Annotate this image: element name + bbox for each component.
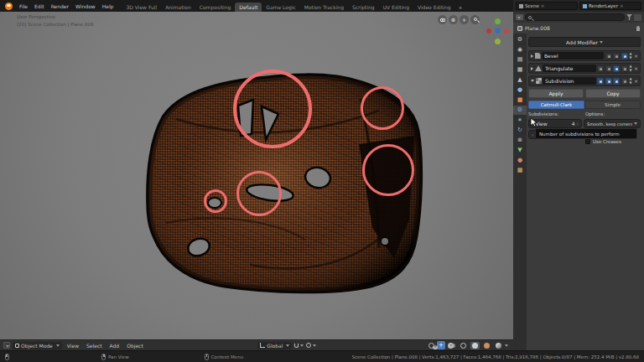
transform-orientation-selector[interactable]: Global (257, 342, 292, 349)
simple-button[interactable]: Simple (584, 101, 641, 109)
shading-rendered-button[interactable] (494, 342, 510, 349)
view-layer-unlink-icon[interactable]: × (620, 3, 624, 8)
proportional-editing-toggle[interactable] (306, 343, 316, 349)
modifier-name-field[interactable]: Triangulate (543, 65, 596, 72)
object-mode-icon (15, 344, 19, 348)
blender-logo-icon[interactable] (5, 3, 13, 10)
copy-button[interactable]: Copy (585, 89, 641, 98)
mode-selector[interactable]: Object Mode (13, 342, 62, 349)
uv-smooth-dropdown[interactable]: Smooth, keep corners (584, 119, 641, 128)
search-input[interactable] (525, 13, 625, 21)
scene-unlink-icon[interactable]: × (541, 3, 545, 8)
tab-animation[interactable]: Animation (161, 3, 195, 13)
scene-selector[interactable]: Scene × (516, 2, 578, 10)
tab-object-data-icon[interactable]: ▼ (513, 146, 527, 155)
move-down-icon[interactable]: ▼ (629, 81, 631, 85)
pan-button[interactable]: + (460, 15, 469, 24)
expand-icon[interactable] (531, 54, 533, 58)
realtime-visibility-toggle[interactable] (621, 53, 628, 59)
axis-y-negative[interactable] (495, 39, 501, 44)
editmode-visibility-toggle[interactable] (613, 53, 620, 59)
menu-select[interactable]: Select (84, 343, 105, 349)
add-workspace-button[interactable]: + (455, 3, 466, 12)
orbit-button[interactable]: ⊕ (449, 15, 458, 24)
tab-default[interactable]: Default (235, 3, 262, 13)
menu-edit[interactable]: Edit (31, 3, 48, 9)
decrement-icon[interactable]: ‹ (532, 132, 533, 137)
overlays-toggle[interactable] (448, 343, 454, 349)
tab-compositing[interactable]: Compositing (195, 3, 236, 13)
tab-constraints-icon[interactable]: ⊗ (513, 136, 527, 145)
add-modifier-button[interactable]: Add Modifier (528, 37, 641, 47)
close-icon[interactable]: × (633, 53, 638, 59)
shading-solid-button[interactable] (470, 342, 480, 349)
expand-icon[interactable] (531, 67, 533, 70)
cage-toggle[interactable] (621, 65, 628, 72)
tab-physics-icon[interactable]: ↻ (513, 126, 527, 135)
close-icon[interactable]: × (633, 65, 638, 71)
menu-add[interactable]: Add (107, 343, 122, 349)
realtime-visibility-toggle[interactable] (613, 78, 620, 85)
tab-object-icon[interactable]: ■ (513, 96, 527, 105)
tab-tool-icon[interactable]: ⚙ (513, 35, 527, 44)
render-visibility-toggle[interactable] (605, 53, 612, 59)
menu-object[interactable]: Object (124, 343, 146, 349)
collapse-icon[interactable] (531, 80, 534, 82)
active-gizmo-icon[interactable]: + (437, 341, 445, 349)
menu-render[interactable]: Render (48, 3, 72, 9)
catmull-clark-button[interactable]: Catmull-Clark (528, 101, 584, 109)
axis-z[interactable] (495, 28, 501, 34)
render-visibility-toggle[interactable] (597, 78, 604, 85)
move-down-icon[interactable]: ▼ (629, 69, 631, 72)
render-visibility-toggle[interactable] (597, 65, 604, 72)
menu-file[interactable]: File (16, 3, 31, 9)
tab-uv-editing[interactable]: UV Editing (379, 3, 413, 13)
realtime-visibility-toggle[interactable] (613, 65, 620, 72)
tab-modifiers-wrench-icon[interactable]: ⚙ (513, 106, 527, 115)
view-layer-selector[interactable]: RenderLayer × (579, 2, 641, 10)
menu-help[interactable]: Help (99, 3, 117, 9)
close-icon[interactable]: × (633, 78, 638, 84)
pin-icon[interactable] (636, 26, 640, 31)
tab-scene-icon[interactable]: ▲ (513, 75, 527, 85)
menu-view[interactable]: View (65, 343, 81, 349)
pivot-point-selector[interactable] (428, 343, 434, 349)
tab-world-icon[interactable]: ● (513, 85, 527, 95)
shading-material-button[interactable] (482, 342, 491, 349)
breadcrumb-object-name[interactable]: Plane.008 (525, 25, 550, 31)
tab-scripting[interactable]: Scripting (348, 3, 379, 13)
axis-navigation-gizmo[interactable] (486, 18, 510, 49)
apply-button[interactable]: Apply (528, 89, 584, 98)
filter-icon[interactable] (626, 14, 632, 20)
camera-view-button[interactable] (438, 15, 447, 24)
shading-wireframe-button[interactable] (459, 342, 468, 349)
tab-motion-tracking[interactable]: Motion Tracking (300, 3, 348, 13)
tab-3d-view-full[interactable]: 3D View Full (122, 3, 161, 13)
3d-viewport[interactable]: User Perspective (20) Scene Collection |… (0, 12, 513, 339)
axis-y-positive[interactable] (495, 18, 501, 24)
tab-video-editing[interactable]: Video Editing (413, 3, 455, 13)
tab-texture-icon[interactable]: ▩ (513, 166, 527, 175)
tab-particles-icon[interactable]: ∗ (513, 116, 527, 125)
zoom-button[interactable] (470, 15, 480, 24)
tab-view-layer-icon[interactable]: ▦ (513, 65, 527, 75)
snap-toggle[interactable] (294, 343, 304, 349)
axis-x-positive[interactable] (504, 28, 509, 34)
properties-editor-type-icon[interactable] (516, 14, 523, 20)
use-creases-checkbox[interactable] (585, 139, 590, 144)
tab-render-icon[interactable]: ◉ (513, 45, 527, 54)
move-down-icon[interactable]: ▼ (629, 56, 631, 59)
tab-material-icon[interactable]: ● (513, 156, 527, 165)
display-options-icon[interactable] (634, 14, 641, 21)
cage-toggle[interactable] (621, 78, 628, 85)
tab-game-logic[interactable]: Game Logic (262, 3, 299, 13)
increment-icon[interactable]: › (577, 121, 579, 127)
menu-window[interactable]: Window (72, 3, 99, 9)
editor-type-icon[interactable] (3, 342, 10, 349)
editmode-visibility-toggle[interactable] (605, 65, 612, 72)
editmode-visibility-toggle[interactable] (605, 78, 612, 85)
modifier-name-field[interactable]: Subdivision (543, 77, 596, 85)
modifier-name-field[interactable]: Bevel (542, 52, 604, 59)
axis-x-negative[interactable] (486, 28, 491, 34)
tab-output-icon[interactable]: ▤ (513, 55, 527, 65)
